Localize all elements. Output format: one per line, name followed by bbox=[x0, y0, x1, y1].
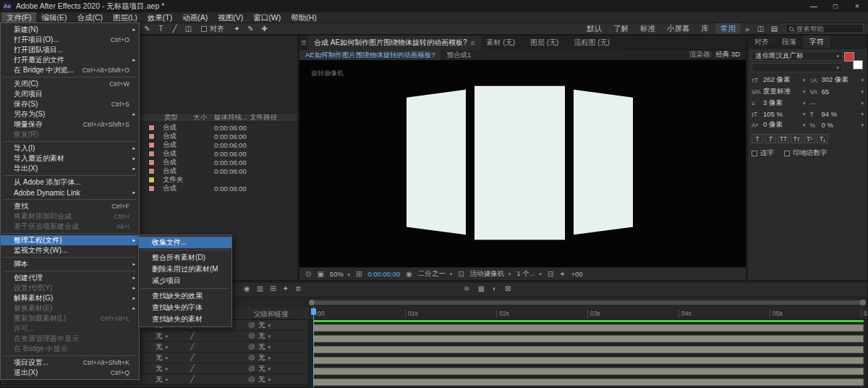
parent-select[interactable]: 无 bbox=[258, 342, 271, 352]
menu-item[interactable]: 新建(N) ▸ bbox=[1, 25, 139, 35]
view-layout-select[interactable]: 1 个... bbox=[516, 269, 542, 279]
menu-item[interactable]: 从 Adobe 添加字体... bbox=[1, 177, 139, 187]
snap-options-icon[interactable]: ✦ bbox=[230, 23, 244, 34]
menubar-item[interactable]: 效果(T) bbox=[142, 12, 177, 22]
blend-mode-select[interactable]: 无 bbox=[156, 342, 168, 352]
pixel-aspect-correction-icon[interactable]: ⊟ bbox=[548, 270, 553, 278]
panel-group-grip-icon[interactable]: ≣ bbox=[299, 35, 308, 49]
proportional-spacing-field[interactable]: % 0 % bbox=[810, 120, 864, 130]
search-input[interactable] bbox=[796, 25, 860, 33]
menu-item[interactable]: 监视文件夹(W)... bbox=[1, 245, 139, 256]
menu-item[interactable]: 在资源管理器中显示 bbox=[1, 334, 139, 344]
parent-select[interactable]: 无 bbox=[258, 321, 271, 330]
composition-viewport[interactable]: 旋转摄像机 bbox=[299, 60, 746, 267]
resolution-select[interactable]: 二分之一 bbox=[418, 269, 452, 279]
layer-track-row[interactable] bbox=[309, 323, 867, 334]
show-channels-icon[interactable]: ▣ bbox=[317, 270, 323, 278]
parent-pickwhip-icon[interactable] bbox=[248, 364, 255, 372]
submenu-item[interactable]: 收集文件... bbox=[139, 237, 231, 248]
small-caps-button[interactable]: Tт bbox=[791, 134, 802, 143]
snapshot-icon[interactable]: ⊙ bbox=[305, 270, 311, 278]
playhead-handle[interactable] bbox=[311, 308, 316, 315]
kerning-field[interactable]: V∕A 度量标准 bbox=[752, 87, 806, 96]
project-column-header[interactable]: 大小 bbox=[193, 113, 214, 122]
menubar-item[interactable]: 视图(V) bbox=[213, 12, 248, 22]
minimize-button[interactable]: — bbox=[803, 0, 825, 12]
brush-tool-icon[interactable]: ╱ bbox=[168, 23, 182, 34]
layer-duration-bar[interactable] bbox=[313, 357, 864, 364]
blend-mode-select[interactable]: 无 bbox=[156, 364, 168, 374]
menu-item[interactable]: 解释素材(G) ▸ bbox=[1, 293, 139, 303]
parent-link-column-header[interactable]: 父级和链接 bbox=[254, 310, 289, 319]
tracking-field[interactable]: VA 65 bbox=[810, 87, 864, 96]
current-time-display[interactable]: 0:00:00:00 bbox=[367, 270, 400, 278]
project-column-header[interactable]: 媒体持续... bbox=[214, 113, 250, 122]
layer-duration-bar[interactable] bbox=[313, 335, 864, 342]
region-of-interest-icon[interactable]: ⊡ bbox=[458, 270, 464, 278]
navigator-start-handle[interactable] bbox=[309, 300, 315, 305]
workspace-tab[interactable]: 小屏幕 bbox=[662, 23, 695, 34]
label-color-swatch[interactable] bbox=[148, 177, 155, 183]
magnification-select[interactable]: 50% bbox=[330, 270, 350, 278]
menu-item[interactable]: 重新加载素材(L) Ctrl+Alt+L bbox=[1, 313, 139, 324]
superscript-button[interactable]: T¹ bbox=[804, 134, 815, 143]
manage-workspaces-icon[interactable]: ▤ bbox=[767, 23, 781, 34]
vertical-scale-field[interactable]: ɪT 105 % bbox=[752, 110, 806, 118]
composition-tab[interactable]: 预合成1 bbox=[441, 50, 477, 60]
layer-track-row[interactable] bbox=[309, 334, 867, 345]
blend-mode-select[interactable]: 无 bbox=[156, 332, 168, 341]
label-color-swatch[interactable] bbox=[148, 151, 155, 157]
menu-item[interactable]: 基于所选项新建合成 Alt+\ bbox=[1, 222, 139, 232]
center-panel-layer[interactable] bbox=[475, 86, 565, 240]
parent-pickwhip-icon[interactable] bbox=[248, 375, 255, 383]
fill-color-swatch[interactable] bbox=[844, 52, 854, 62]
menu-item[interactable]: 整理工程(文件) ▸ bbox=[1, 235, 139, 245]
menu-item[interactable]: 将素材添加到合成 Ctrl+/ bbox=[1, 211, 139, 222]
menu-item[interactable]: 恢复(R) bbox=[1, 130, 139, 140]
font-size-field[interactable]: тT 262 像素 bbox=[752, 75, 806, 85]
hindi-digits-checkbox[interactable]: 印地语数字 bbox=[784, 148, 827, 158]
menu-item[interactable]: 查找 Ctrl+F bbox=[1, 201, 139, 211]
take-snapshot-icon[interactable]: ◉ bbox=[406, 270, 412, 278]
workspace-tab[interactable]: 库 bbox=[696, 23, 714, 34]
clone-stamp-tool-icon[interactable]: ◫ bbox=[182, 23, 195, 34]
menu-item[interactable]: 打开团队项目... bbox=[1, 45, 139, 55]
label-color-swatch[interactable] bbox=[148, 125, 155, 131]
exposure-value[interactable]: +00 bbox=[571, 270, 583, 278]
label-color-swatch[interactable] bbox=[148, 142, 155, 148]
faux-bold-button[interactable]: T bbox=[752, 134, 763, 143]
horizontal-scale-field[interactable]: Ŧ 94 % bbox=[810, 110, 864, 118]
ligatures-checkbox-box[interactable] bbox=[752, 151, 757, 156]
layer-track-row[interactable] bbox=[309, 377, 867, 388]
parent-pickwhip-icon[interactable] bbox=[248, 332, 255, 340]
maximize-button[interactable]: □ bbox=[825, 0, 846, 12]
menu-item[interactable]: 增量保存 Ctrl+Alt+Shift+S bbox=[1, 119, 139, 130]
grid-guides-icon[interactable]: ⊞ bbox=[356, 270, 362, 278]
submenu-item[interactable]: 查找缺失的效果 bbox=[139, 290, 231, 302]
menu-item[interactable]: 创建代理 ▸ bbox=[1, 273, 139, 283]
menu-item[interactable]: 导入最近的素材 ▸ bbox=[1, 153, 139, 164]
label-color-swatch[interactable] bbox=[148, 159, 155, 166]
menu-item[interactable]: 替换素材(E) ▸ bbox=[1, 303, 139, 313]
menu-item[interactable]: 关闭(C) Ctrl+W bbox=[1, 79, 139, 89]
parent-pickwhip-icon[interactable] bbox=[248, 353, 255, 361]
layer-track-row[interactable] bbox=[309, 366, 867, 377]
menubar-item[interactable]: 帮助(H) bbox=[286, 12, 322, 22]
parent-pickwhip-icon[interactable] bbox=[248, 342, 255, 350]
live-update-icon[interactable]: ◉ bbox=[244, 284, 250, 292]
panel-tab[interactable]: 字符 bbox=[803, 35, 830, 48]
menu-item[interactable]: 许可... bbox=[1, 324, 139, 334]
hindi-digits-checkbox-box[interactable] bbox=[784, 151, 790, 156]
font-family-select[interactable]: 迷你简汉真广标 bbox=[752, 51, 843, 61]
graph-editor-icon[interactable]: ≋ bbox=[464, 284, 469, 292]
menu-item[interactable]: 另存为(S) ▸ bbox=[1, 109, 139, 119]
snap-toggle[interactable]: 对齐 bbox=[201, 24, 224, 34]
transparency-grid-icon[interactable]: ▦ bbox=[477, 284, 484, 292]
workspace-tab[interactable]: 标准 bbox=[635, 23, 660, 34]
half-resolution-icon[interactable]: ◐ bbox=[493, 284, 497, 292]
submenu-item[interactable]: 查找缺失的字体 bbox=[139, 302, 231, 313]
blend-mode-select[interactable]: 无 bbox=[156, 375, 168, 384]
stroke-style-field[interactable]: — bbox=[810, 98, 864, 108]
playhead[interactable] bbox=[313, 307, 314, 387]
submenu-item[interactable]: 减少项目 bbox=[139, 275, 231, 287]
